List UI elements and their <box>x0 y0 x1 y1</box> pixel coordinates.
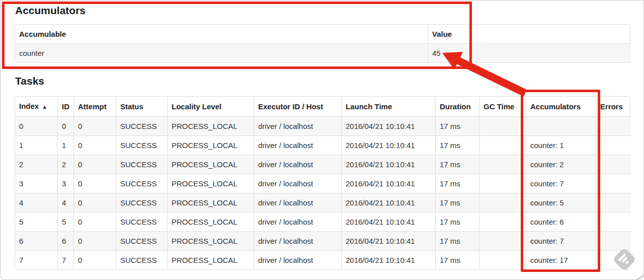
accumulators-table: Accumulable Value counter 45 <box>15 24 630 63</box>
task-cell-index: 6 <box>15 231 57 250</box>
task-cell-gc-time <box>479 231 526 250</box>
feedly-mini-icon[interactable] <box>612 247 637 272</box>
task-cell-executor-id-host: driver / localhost <box>254 155 341 174</box>
task-cell-attempt: 0 <box>73 135 116 155</box>
locality-level-column-header[interactable]: Locality Level <box>167 97 254 116</box>
accumulators-column-header[interactable]: Accumulators <box>526 97 596 116</box>
duration-column-header[interactable]: Duration <box>435 97 479 116</box>
status-column-header[interactable]: Status <box>116 97 167 116</box>
task-cell-accumulators: counter: 7 <box>526 231 596 250</box>
task-cell-locality-level: PROCESS_LOCAL <box>167 193 254 212</box>
task-cell-locality-level: PROCESS_LOCAL <box>167 212 254 231</box>
task-cell-accumulators: counter: 17 <box>526 250 596 269</box>
task-cell-duration: 17 ms <box>435 212 479 231</box>
task-cell-locality-level: PROCESS_LOCAL <box>167 174 254 193</box>
task-cell-gc-time <box>479 155 526 174</box>
task-cell-executor-id-host: driver / localhost <box>254 250 341 269</box>
id-column-header[interactable]: ID <box>57 97 73 116</box>
task-cell-locality-level: PROCESS_LOCAL <box>167 250 254 269</box>
task-cell-accumulators: counter: 2 <box>526 155 596 174</box>
errors-column-header[interactable]: Errors <box>596 97 631 116</box>
task-cell-executor-id-host: driver / localhost <box>254 116 341 135</box>
task-cell-index: 1 <box>15 135 57 155</box>
task-cell-attempt: 0 <box>73 193 116 212</box>
task-cell-launch-time: 2016/04/21 10:10:41 <box>341 174 435 193</box>
task-cell-id: 1 <box>57 135 73 155</box>
task-cell-gc-time <box>479 135 526 155</box>
resize-grip-line <box>634 273 644 280</box>
task-row: 000SUCCESSPROCESS_LOCALdriver / localhos… <box>15 116 631 135</box>
task-cell-errors <box>596 174 631 193</box>
task-cell-locality-level: PROCESS_LOCAL <box>167 116 254 135</box>
task-cell-executor-id-host: driver / localhost <box>254 193 341 212</box>
task-cell-attempt: 0 <box>73 231 116 250</box>
task-cell-status: SUCCESS <box>116 231 167 250</box>
task-cell-launch-time: 2016/04/21 10:10:41 <box>341 212 435 231</box>
task-cell-accumulators <box>526 116 596 135</box>
task-cell-launch-time: 2016/04/21 10:10:41 <box>341 250 435 269</box>
task-cell-gc-time <box>479 193 526 212</box>
task-cell-locality-level: PROCESS_LOCAL <box>167 135 254 155</box>
task-cell-id: 3 <box>57 174 73 193</box>
attempt-column-header[interactable]: Attempt <box>73 97 116 116</box>
task-cell-status: SUCCESS <box>116 212 167 231</box>
task-cell-errors <box>596 135 631 155</box>
task-cell-id: 7 <box>57 250 73 269</box>
task-cell-gc-time <box>479 250 526 269</box>
task-cell-executor-id-host: driver / localhost <box>254 135 341 155</box>
task-cell-launch-time: 2016/04/21 10:10:41 <box>341 231 435 250</box>
task-cell-gc-time <box>479 174 526 193</box>
task-cell-launch-time: 2016/04/21 10:10:41 <box>341 155 435 174</box>
accumulators-header-row: Accumulable Value <box>15 25 631 43</box>
accumulable-column-header: Accumulable <box>15 25 428 43</box>
task-cell-status: SUCCESS <box>116 174 167 193</box>
task-cell-attempt: 0 <box>73 250 116 269</box>
task-cell-status: SUCCESS <box>116 155 167 174</box>
task-cell-id: 5 <box>57 212 73 231</box>
task-cell-status: SUCCESS <box>116 135 167 155</box>
task-cell-locality-level: PROCESS_LOCAL <box>167 231 254 250</box>
task-cell-attempt: 0 <box>73 212 116 231</box>
task-cell-launch-time: 2016/04/21 10:10:41 <box>341 135 435 155</box>
task-cell-errors <box>596 212 631 231</box>
task-cell-launch-time: 2016/04/21 10:10:41 <box>341 193 435 212</box>
task-cell-errors <box>596 155 631 174</box>
launch-time-column-header[interactable]: Launch Time <box>341 97 435 116</box>
sort-ascending-icon: ▲ <box>42 104 47 110</box>
task-cell-id: 6 <box>57 231 73 250</box>
task-cell-duration: 17 ms <box>435 174 479 193</box>
task-cell-gc-time <box>479 212 526 231</box>
gc-time-column-header[interactable]: GC Time <box>479 97 526 116</box>
task-cell-accumulators: counter: 7 <box>526 174 596 193</box>
task-row: 220SUCCESSPROCESS_LOCALdriver / localhos… <box>15 155 631 174</box>
task-cell-duration: 17 ms <box>435 193 479 212</box>
task-cell-duration: 17 ms <box>435 250 479 269</box>
executor-id-host-column-header[interactable]: Executor ID / Host <box>254 97 341 116</box>
task-cell-duration: 17 ms <box>435 116 479 135</box>
task-cell-attempt: 0 <box>73 116 116 135</box>
spark-ui-stage-page: Accumulators Accumulable Value counter 4… <box>0 0 644 280</box>
index-column-header[interactable]: Index▲ <box>15 97 57 116</box>
task-cell-executor-id-host: driver / localhost <box>254 212 341 231</box>
task-cell-status: SUCCESS <box>116 193 167 212</box>
task-cell-status: SUCCESS <box>116 116 167 135</box>
task-cell-attempt: 0 <box>73 155 116 174</box>
tasks-heading: Tasks <box>15 75 44 87</box>
task-cell-launch-time: 2016/04/21 10:10:41 <box>341 116 435 135</box>
task-cell-index: 5 <box>15 212 57 231</box>
accumulable-value-cell: 45 <box>428 43 631 62</box>
task-row: 770SUCCESSPROCESS_LOCALdriver / localhos… <box>15 250 631 269</box>
task-cell-id: 4 <box>57 193 73 212</box>
task-cell-index: 4 <box>15 193 57 212</box>
task-cell-errors <box>596 193 631 212</box>
value-column-header: Value <box>428 25 631 43</box>
task-row: 440SUCCESSPROCESS_LOCALdriver / localhos… <box>15 193 631 212</box>
tasks-header-row: Index▲ ID Attempt Status Locality Level … <box>15 97 631 116</box>
task-cell-gc-time <box>479 116 526 135</box>
task-cell-duration: 17 ms <box>435 231 479 250</box>
task-row: 330SUCCESSPROCESS_LOCALdriver / localhos… <box>15 174 631 193</box>
task-cell-errors <box>596 116 631 135</box>
accumulable-name-cell: counter <box>15 43 428 62</box>
tasks-table: Index▲ ID Attempt Status Locality Level … <box>15 96 630 270</box>
task-cell-duration: 17 ms <box>435 155 479 174</box>
